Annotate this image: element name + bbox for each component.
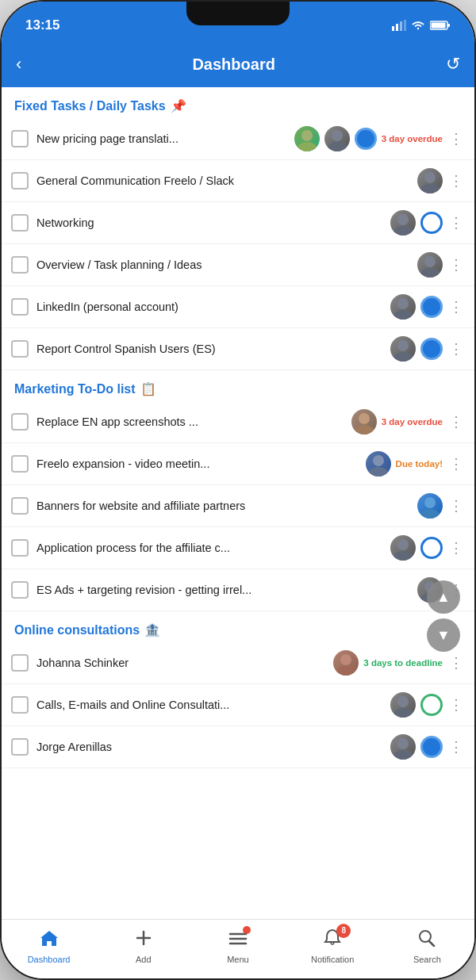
search-icon	[416, 928, 437, 952]
svg-rect-3	[404, 20, 406, 31]
nav-item-menu[interactable]: Menu	[214, 928, 262, 964]
svg-point-21	[359, 413, 370, 424]
task-checkbox[interactable]	[11, 214, 29, 232]
nav-item-search[interactable]: Search	[403, 928, 451, 964]
svg-point-32	[336, 666, 355, 676]
notification-count: 8	[336, 924, 351, 938]
notch	[186, 2, 290, 25]
task-row: ES Ads + targeting revision - getting ir…	[2, 569, 474, 611]
badge-deadline: 3 days to deadline	[363, 658, 443, 668]
svg-point-26	[420, 509, 440, 519]
more-options-icon[interactable]: ⋮	[447, 654, 465, 672]
avatar	[294, 126, 320, 151]
nav-label-menu: Menu	[227, 955, 249, 964]
wifi-icon	[411, 20, 425, 31]
svg-point-10	[328, 142, 347, 151]
more-options-icon[interactable]: ⋮	[447, 172, 465, 189]
menu-notification-dot	[243, 926, 251, 934]
nav-item-dashboard[interactable]: Dashboard	[25, 928, 73, 964]
avatar	[417, 493, 443, 519]
avatar	[417, 252, 443, 278]
bottom-nav: Dashboard Add Menu 8	[2, 919, 474, 978]
svg-point-15	[424, 256, 436, 267]
task-right: ⋮	[390, 734, 465, 760]
svg-point-35	[397, 738, 409, 749]
section-header-fixed-tasks: Fixed Tasks / Daily Tasks 📌	[2, 87, 474, 118]
svg-point-14	[393, 226, 413, 235]
task-right: ⋮	[390, 294, 465, 320]
more-options-icon[interactable]: ⋮	[447, 214, 465, 232]
task-right: ⋮	[417, 168, 465, 193]
task-label: Application process for the affiliate c.…	[36, 541, 386, 556]
task-label: Freelo expansion - video meetin...	[36, 457, 361, 472]
scroll-up-button[interactable]: ▲	[427, 580, 460, 614]
status-circle	[420, 537, 443, 559]
task-label: ES Ads + targeting revision - getting ir…	[36, 583, 413, 598]
task-checkbox[interactable]	[11, 654, 29, 672]
svg-point-8	[298, 142, 317, 151]
header: ‹ Dashboard ↺	[2, 41, 474, 87]
task-row: Overview / Task planning / Ideas ⋮	[2, 244, 474, 286]
task-checkbox[interactable]	[11, 172, 29, 189]
task-checkbox[interactable]	[11, 539, 29, 557]
svg-point-28	[393, 551, 413, 561]
task-checkbox[interactable]	[11, 738, 29, 756]
back-button[interactable]: ‹	[16, 54, 21, 75]
avatar	[390, 692, 416, 718]
more-options-icon[interactable]: ⋮	[447, 130, 465, 147]
more-options-icon[interactable]: ⋮	[447, 738, 465, 756]
avatar	[390, 210, 416, 235]
more-options-icon[interactable]: ⋮	[447, 497, 465, 515]
status-circle	[420, 736, 443, 758]
svg-point-33	[397, 696, 409, 707]
more-options-icon[interactable]: ⋮	[447, 455, 465, 473]
task-right: ⋮	[417, 252, 465, 278]
task-checkbox[interactable]	[11, 696, 29, 714]
task-right: 3 day overdue ⋮	[351, 409, 465, 434]
nav-item-notification[interactable]: 8 Notification	[309, 928, 356, 964]
task-checkbox[interactable]	[11, 340, 29, 358]
task-right: 3 days to deadline ⋮	[333, 650, 465, 676]
task-right: ⋮	[390, 210, 465, 235]
more-options-icon[interactable]: ⋮	[447, 298, 465, 316]
task-checkbox[interactable]	[11, 413, 29, 431]
more-options-icon[interactable]: ⋮	[447, 539, 465, 557]
task-checkbox[interactable]	[11, 298, 29, 316]
task-row: Report Control Spanish Users (ES) ⋮	[2, 328, 474, 370]
task-label: Report Control Spanish Users (ES)	[36, 342, 386, 357]
status-circle	[420, 296, 443, 318]
task-checkbox[interactable]	[11, 256, 29, 274]
svg-rect-2	[400, 21, 402, 31]
status-icons	[392, 20, 451, 31]
svg-point-22	[355, 425, 374, 434]
task-checkbox[interactable]	[11, 130, 29, 147]
svg-point-11	[424, 172, 436, 183]
badge-overdue: 3 day overdue	[382, 417, 443, 427]
svg-rect-0	[392, 26, 394, 31]
task-row: Freelo expansion - video meetin... Due t…	[2, 443, 474, 485]
more-options-icon[interactable]: ⋮	[447, 256, 465, 274]
task-right: Due today! ⋮	[366, 451, 465, 477]
nav-label-search: Search	[413, 955, 441, 964]
task-checkbox[interactable]	[11, 581, 29, 599]
task-row: Replace EN app screenshots ... 3 day ove…	[2, 401, 474, 443]
more-options-icon[interactable]: ⋮	[447, 413, 465, 431]
more-options-icon[interactable]: ⋮	[447, 340, 465, 358]
signal-icon	[392, 20, 406, 31]
avatar	[351, 409, 377, 434]
task-checkbox[interactable]	[11, 497, 29, 515]
nav-item-add[interactable]: Add	[120, 928, 167, 964]
task-row: Banners for website and affiliate partne…	[2, 485, 474, 527]
avatar	[366, 451, 391, 477]
more-options-icon[interactable]: ⋮	[447, 696, 465, 714]
scroll-buttons: ▲ ▼	[427, 580, 460, 652]
svg-rect-1	[396, 24, 398, 31]
task-label: Overview / Task planning / Ideas	[36, 258, 413, 273]
task-row: General Communication Freelo / Slack ⋮	[2, 160, 474, 202]
task-checkbox[interactable]	[11, 455, 29, 473]
svg-point-24	[369, 467, 388, 477]
refresh-button[interactable]: ↺	[446, 54, 460, 75]
scroll-down-button[interactable]: ▼	[427, 618, 460, 652]
task-label: Replace EN app screenshots ...	[36, 415, 347, 430]
svg-point-12	[420, 184, 440, 193]
